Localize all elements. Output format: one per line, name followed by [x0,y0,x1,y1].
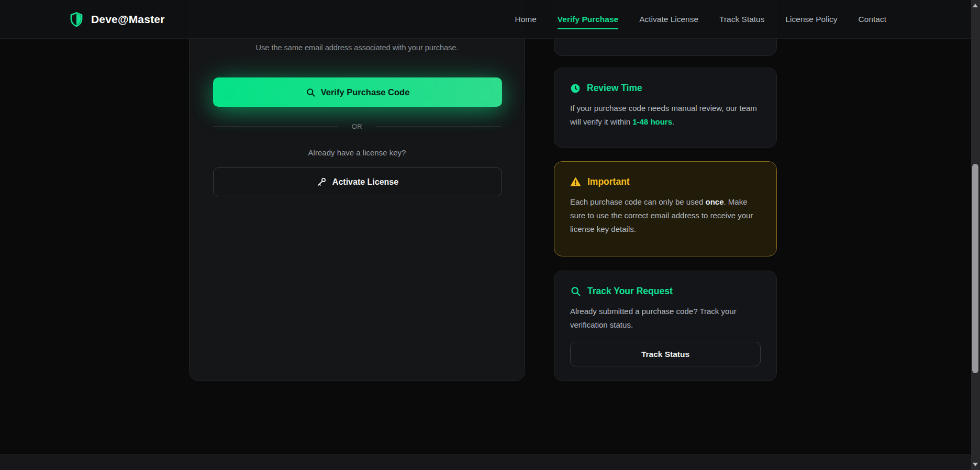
track-status-button[interactable]: Track Status [570,342,761,366]
review-time-highlight: 1-48 hours [632,117,672,126]
review-time-title-row: Review Time [570,83,761,94]
or-label: OR [352,122,363,130]
nav-item-license-policy[interactable]: License Policy [786,9,838,29]
important-bold: once [706,197,724,206]
brand-logo[interactable]: Deve@Master [69,12,165,27]
review-time-title: Review Time [587,83,642,94]
nav-item-track-status[interactable]: Track Status [719,9,764,29]
search-icon [570,286,581,297]
or-divider: OR [213,122,501,130]
scroll-up-arrow-icon[interactable] [973,4,978,7]
track-request-text: Already submitted a purchase code? Track… [570,305,761,332]
nav-item-home[interactable]: Home [515,9,537,29]
divider-line [376,126,501,127]
vertical-scrollbar[interactable] [971,0,980,470]
review-time-text: If your purchase code needs manual revie… [570,102,761,129]
verify-purchase-code-button[interactable]: Verify Purchase Code [213,77,502,107]
important-text: Each purchase code can only be used once… [570,195,761,236]
track-request-card: Track Your Request Already submitted a p… [554,271,777,381]
search-icon [306,87,316,97]
divider-line [213,126,338,127]
important-title: Important [587,176,630,187]
key-icon [317,177,327,187]
top-navbar: Deve@Master Home Verify Purchase Activat… [0,0,971,39]
main-nav: Home Verify Purchase Activate License Tr… [515,9,887,29]
track-request-title-row: Track Your Request [570,286,761,297]
nav-item-contact[interactable]: Contact [859,9,886,29]
verify-purchase-card: Use the same email address associated wi… [189,0,525,381]
scroll-down-arrow-icon[interactable] [973,463,978,466]
nav-item-verify-purchase[interactable]: Verify Purchase [558,9,618,29]
clock-icon [570,83,581,94]
verify-purchase-code-label: Verify Purchase Code [321,87,410,97]
activate-license-button[interactable]: Activate License [213,167,502,196]
license-key-prompt: Already have a license key? [190,148,525,157]
important-card: Important Each purchase code can only be… [554,161,777,256]
review-time-card: Review Time If your purchase code needs … [554,68,777,148]
scrollbar-thumb[interactable] [972,164,978,373]
shield-half-icon [69,12,84,27]
track-request-title: Track Your Request [587,286,673,297]
warning-triangle-icon [570,176,581,187]
email-hint-text: Use the same email address associated wi… [190,43,525,52]
footer-strip [0,454,971,470]
brand-name: Deve@Master [91,13,165,26]
activate-license-label: Activate License [332,177,398,187]
important-title-row: Important [570,176,761,187]
nav-item-activate-license[interactable]: Activate License [639,9,698,29]
